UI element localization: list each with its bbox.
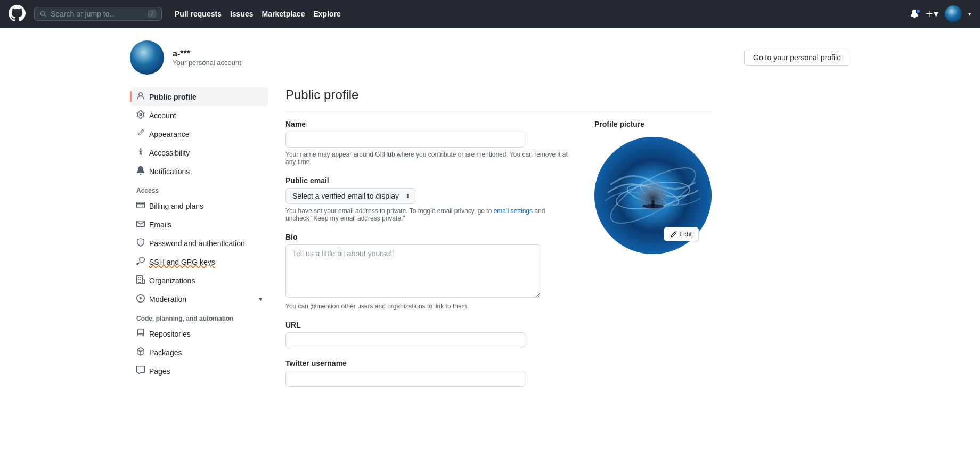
sidebar: Public profile Account Appearance <box>130 87 268 380</box>
email-settings-link[interactable]: email settings <box>494 207 533 215</box>
name-input[interactable] <box>285 132 525 148</box>
nav-explore[interactable]: Explore <box>313 10 340 18</box>
sidebar-item-account[interactable]: Account <box>130 106 268 125</box>
notification-badge <box>916 9 921 14</box>
sidebar-label-password-auth: Password and authentication <box>149 239 245 248</box>
chevron-down-icon: ▾ <box>259 296 262 303</box>
username-display: a-*** <box>173 49 241 59</box>
goto-profile-button[interactable]: Go to your personal profile <box>744 50 850 66</box>
user-menu-dropdown[interactable]: ▾ <box>968 11 971 18</box>
svg-point-5 <box>634 180 672 217</box>
bio-label: Bio <box>285 233 569 241</box>
edit-picture-button[interactable]: Edit <box>664 227 699 241</box>
github-logo[interactable] <box>9 5 26 23</box>
sidebar-item-public-profile[interactable]: Public profile <box>130 87 268 106</box>
sidebar-label-notifications: Notifications <box>149 167 190 176</box>
moderation-item-left: Moderation <box>136 294 186 304</box>
account-type: Your personal account <box>173 59 241 67</box>
user-avatar[interactable] <box>945 5 962 22</box>
sidebar-label-account: Account <box>149 111 176 120</box>
sidebar-item-password-auth[interactable]: Password and authentication <box>130 234 268 252</box>
sidebar-label-appearance: Appearance <box>149 130 190 138</box>
package-icon <box>136 347 145 357</box>
topnav-right: ▾ ▾ <box>910 5 971 22</box>
sidebar-item-ssh-gpg[interactable]: SSH and GPG keys <box>130 252 268 271</box>
mail-icon <box>136 219 145 230</box>
repo-icon <box>136 329 145 339</box>
svg-point-7 <box>651 200 655 203</box>
profile-picture-overlay: Edit <box>664 227 699 241</box>
email-privacy-help: You have set your email address to priva… <box>285 207 569 222</box>
bio-textarea[interactable] <box>285 244 541 298</box>
bio-help: You can @mention other users and organiz… <box>285 303 569 310</box>
org-icon <box>136 275 145 286</box>
url-input[interactable] <box>285 332 525 348</box>
email-select-wrap: Select a verified email to display ⬍ <box>285 188 415 204</box>
sidebar-label-billing: Billing and plans <box>149 202 203 210</box>
notifications-button[interactable] <box>910 10 919 18</box>
add-button[interactable]: ▾ <box>925 8 938 20</box>
code-section-label: Code, planning, and automation <box>130 308 268 324</box>
paintbrush-icon <box>136 129 145 139</box>
sidebar-item-packages[interactable]: Packages <box>130 343 268 362</box>
shield-icon <box>136 238 145 248</box>
search-input[interactable] <box>51 10 144 18</box>
page-header-left: a-*** Your personal account <box>130 40 241 75</box>
sidebar-item-appearance[interactable]: Appearance <box>130 125 268 143</box>
bell-icon-sidebar <box>136 166 145 176</box>
page-title: Public profile <box>285 87 712 111</box>
sidebar-item-accessibility[interactable]: Accessibility <box>130 143 268 162</box>
form-area: Public profile Name Your name may appear… <box>285 87 712 397</box>
bio-row: Bio You can @mention other users and org… <box>285 233 569 310</box>
nav-marketplace[interactable]: Marketplace <box>262 10 305 18</box>
twitter-label: Twitter username <box>285 359 569 368</box>
sidebar-item-organizations[interactable]: Organizations <box>130 271 268 290</box>
topnav-links: Pull requests Issues Marketplace Explore <box>175 10 341 18</box>
sidebar-item-repositories[interactable]: Repositories <box>130 324 268 343</box>
moderation-icon <box>136 294 145 304</box>
public-email-row: Public email Select a verified email to … <box>285 176 569 222</box>
page-header-info: a-*** Your personal account <box>173 49 241 67</box>
sidebar-label-pages: Pages <box>149 367 170 376</box>
moderation-item-row: Moderation ▾ <box>136 294 262 304</box>
page-header: a-*** Your personal account Go to your p… <box>130 40 850 75</box>
form-fields: Name Your name may appear around GitHub … <box>285 120 569 397</box>
nav-pull-requests[interactable]: Pull requests <box>175 10 222 18</box>
profile-picture-container: Edit <box>594 137 712 254</box>
twitter-row: Twitter username <box>285 359 569 387</box>
accessibility-icon <box>136 148 145 158</box>
search-kbd: / <box>148 10 156 18</box>
page-container: a-*** Your personal account Go to your p… <box>117 28 863 410</box>
form-main-row: Name Your name may appear around GitHub … <box>285 120 712 397</box>
name-help: Your name may appear around GitHub where… <box>285 151 569 166</box>
key-icon <box>136 257 145 267</box>
sidebar-item-emails[interactable]: Emails <box>130 215 268 234</box>
sidebar-label-repositories: Repositories <box>149 330 191 338</box>
sidebar-label-public-profile: Public profile <box>149 93 197 101</box>
person-icon <box>136 92 145 102</box>
url-row: URL <box>285 321 569 348</box>
search-icon <box>40 10 46 18</box>
access-section-label: Access <box>130 181 268 197</box>
sidebar-item-moderation[interactable]: Moderation ▾ <box>130 290 268 308</box>
edit-button-label: Edit <box>680 230 692 238</box>
header-avatar <box>130 40 164 75</box>
sidebar-label-accessibility: Accessibility <box>149 149 190 157</box>
nav-issues[interactable]: Issues <box>230 10 254 18</box>
sidebar-item-billing[interactable]: Billing and plans <box>130 197 268 215</box>
pages-icon <box>136 366 145 376</box>
sidebar-item-notifications[interactable]: Notifications <box>130 162 268 181</box>
search-bar[interactable]: / <box>34 7 162 21</box>
credit-card-icon <box>136 201 145 211</box>
plus-icon <box>925 10 934 18</box>
pencil-icon <box>671 231 677 238</box>
sidebar-item-pages[interactable]: Pages <box>130 362 268 380</box>
email-select[interactable]: Select a verified email to display <box>285 188 415 204</box>
sidebar-label-emails: Emails <box>149 221 172 229</box>
profile-picture-section: Profile picture <box>594 120 712 254</box>
gear-icon <box>136 110 145 120</box>
twitter-input[interactable] <box>285 371 525 387</box>
topnav: / Pull requests Issues Marketplace Explo… <box>0 0 980 28</box>
url-label: URL <box>285 321 569 329</box>
main-content: Public profile Account Appearance <box>130 87 850 397</box>
